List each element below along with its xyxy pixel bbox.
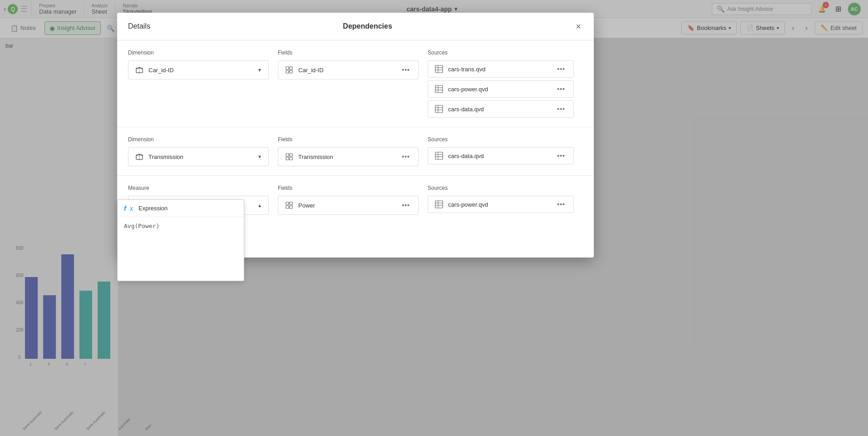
expression-text: Avg(Power) <box>124 223 159 229</box>
expression-body: Avg(Power) <box>118 217 244 281</box>
source2-1-name: cars-data.qvd <box>448 153 551 159</box>
fields-grid-icon-3 <box>285 201 294 210</box>
fields1-card: Car_id-ID ••• <box>278 60 419 79</box>
fields2-label: Fields <box>278 136 419 143</box>
sources1-list: cars-trans.qvd ••• cars-power.qvd ••• <box>428 60 574 118</box>
fields3-col: Fields Power ••• <box>278 185 428 248</box>
dim1-chevron-button[interactable]: ▾ <box>257 66 262 74</box>
sources2-label: Sources <box>428 136 574 143</box>
svg-rect-30 <box>286 157 289 160</box>
source1-2-name: cars-power.qvd <box>448 86 551 93</box>
fields1-label: Fields <box>278 50 419 56</box>
fields1-value: Car_id-ID <box>298 67 395 74</box>
fields2-value: Transmission <box>298 154 395 160</box>
svg-rect-28 <box>286 154 289 156</box>
fields2-card: Transmission ••• <box>278 147 419 166</box>
svg-rect-40 <box>286 202 289 205</box>
modal-close-button[interactable]: × <box>574 20 583 33</box>
measure3-chevron-button[interactable]: ▴ <box>257 201 262 209</box>
fields2-more-button[interactable]: ••• <box>400 152 412 161</box>
fields-grid-icon-2 <box>285 152 294 161</box>
modal-details-title: Details <box>128 22 150 30</box>
source1-1-card: cars-trans.qvd ••• <box>428 60 574 78</box>
fields3-value: Power <box>298 202 395 209</box>
source3-1-more-button[interactable]: ••• <box>555 200 567 209</box>
fields-grid-icon-1 <box>285 65 294 74</box>
svg-rect-13 <box>286 70 289 73</box>
dim2-chevron-button[interactable]: ▾ <box>257 153 262 161</box>
source3-1-card: cars-power.qvd ••• <box>428 196 574 213</box>
expr-label: Expression <box>138 205 168 212</box>
svg-rect-15 <box>435 65 443 73</box>
source1-3-more-button[interactable]: ••• <box>555 104 567 114</box>
source3-1-name: cars-power.qvd <box>448 201 551 208</box>
dim2-value: Transmission <box>148 154 253 160</box>
source2-1-card: cars-data.qvd ••• <box>428 147 574 164</box>
modal-main-title: Dependencies <box>161 22 574 30</box>
source-table-icon-3-1 <box>434 200 444 209</box>
section-row-3: Measure Avg(Power) ▴ f x Expression <box>117 176 594 258</box>
fields1-more-button[interactable]: ••• <box>400 65 412 74</box>
dim1-col: Dimension Car_id-ID ▾ <box>128 50 278 118</box>
sources3-list: cars-power.qvd ••• <box>428 196 574 213</box>
dependencies-modal: Details Dependencies × Dimension Car_id-… <box>117 13 594 258</box>
sources1-label: Sources <box>428 50 574 56</box>
sources3-col: Sources cars-power.qvd ••• <box>428 185 583 248</box>
sources2-col: Sources cars-data.qvd ••• <box>428 136 583 166</box>
sources1-col: Sources cars-trans.qvd ••• cars-power.qv <box>428 50 583 118</box>
dim1-label: Dimension <box>128 50 269 56</box>
fields3-more-button[interactable]: ••• <box>400 201 412 210</box>
svg-rect-14 <box>290 70 292 73</box>
svg-rect-23 <box>435 105 443 113</box>
measure3-label: Measure <box>128 185 269 191</box>
source1-2-card: cars-power.qvd ••• <box>428 80 574 98</box>
svg-rect-11 <box>286 67 289 69</box>
svg-rect-29 <box>290 154 292 156</box>
dim2-col: Dimension Transmission ▾ <box>128 136 278 166</box>
svg-rect-41 <box>290 202 292 205</box>
measure3-col: Measure Avg(Power) ▴ f x Expression <box>128 185 278 248</box>
source1-3-card: cars-data.qvd ••• <box>428 100 574 118</box>
svg-rect-12 <box>290 67 292 69</box>
source1-3-name: cars-data.qvd <box>448 106 551 113</box>
svg-rect-31 <box>290 157 292 160</box>
modal-body: Dimension Car_id-ID ▾ Fields Car_id-ID •… <box>117 40 594 258</box>
fx-icon: f <box>124 204 126 212</box>
dim2-label: Dimension <box>128 136 269 143</box>
expression-dropdown: f x Expression Avg(Power) <box>117 199 244 281</box>
dim1-card: Car_id-ID ▾ <box>128 60 269 79</box>
dimension-cube-icon-2 <box>135 152 144 161</box>
dimension-cube-icon-1 <box>135 65 144 74</box>
dim1-value: Car_id-ID <box>148 67 253 74</box>
source1-2-more-button[interactable]: ••• <box>555 84 567 94</box>
fields1-col: Fields Car_id-ID ••• <box>278 50 428 118</box>
source-table-icon-2-1 <box>434 151 444 160</box>
source-table-icon-1-1 <box>434 64 444 74</box>
svg-rect-19 <box>435 85 443 93</box>
section-row-2: Dimension Transmission ▾ Fields Transmis… <box>117 127 594 176</box>
source2-1-more-button[interactable]: ••• <box>555 151 567 160</box>
sources3-label: Sources <box>428 185 574 191</box>
fields2-col: Fields Transmission ••• <box>278 136 428 166</box>
sources2-list: cars-data.qvd ••• <box>428 147 574 164</box>
svg-rect-44 <box>435 201 443 208</box>
fields3-label: Fields <box>278 185 419 191</box>
fields3-card: Power ••• <box>278 196 419 215</box>
source1-1-more-button[interactable]: ••• <box>555 64 567 74</box>
svg-rect-42 <box>286 206 289 208</box>
expr-header: f x Expression <box>118 200 244 217</box>
svg-rect-32 <box>435 152 443 159</box>
svg-rect-43 <box>290 206 292 208</box>
dim2-card: Transmission ▾ <box>128 147 269 166</box>
source-table-icon-1-3 <box>434 104 444 114</box>
section-row-1: Dimension Car_id-ID ▾ Fields Car_id-ID •… <box>117 40 594 127</box>
source1-1-name: cars-trans.qvd <box>448 66 551 73</box>
modal-header: Details Dependencies × <box>117 13 594 40</box>
source-table-icon-1-2 <box>434 84 444 94</box>
